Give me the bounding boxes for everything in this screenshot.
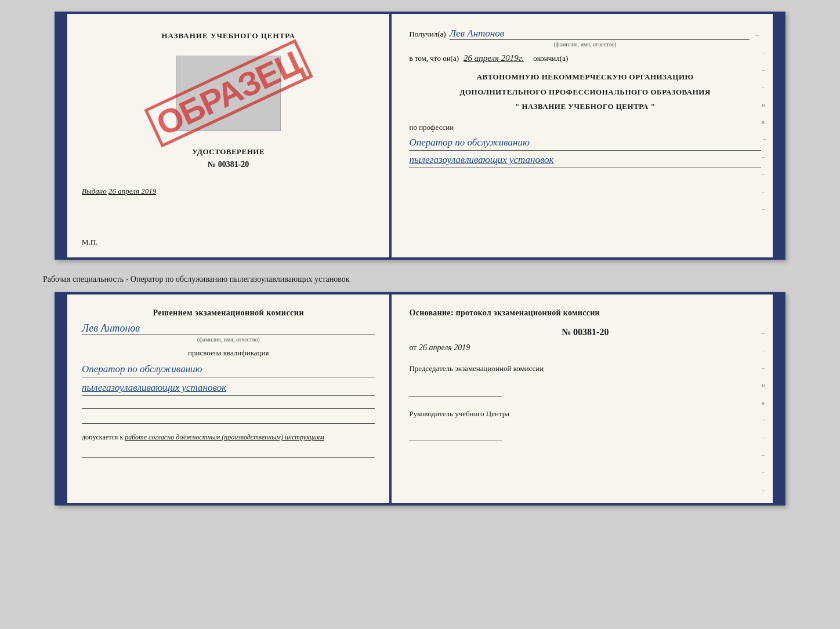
stamp-gray-box	[176, 56, 281, 131]
ot-label: от	[409, 343, 417, 352]
blank-line-1	[82, 396, 375, 409]
mp-line: М.П.	[82, 238, 97, 247]
profession-line2-top: пылегазоулавливающих установок	[409, 152, 761, 168]
book-spine-left-top	[57, 14, 67, 257]
doc-number: № 00381-20	[208, 160, 249, 169]
rukovoditel-sig-line	[409, 431, 502, 441]
issued-label: Выдано	[82, 187, 107, 195]
osnovanie-label: Основание: протокол экзаменационной коми…	[409, 308, 761, 318]
poluchil-section: Получил(а) Лев Антонов – (фамилия, имя, …	[409, 28, 761, 48]
org-line3: " НАЗВАНИЕ УЧЕБНОГО ЦЕНТРА "	[409, 101, 761, 112]
protocol-number: № 00381-20	[409, 327, 761, 337]
vtom-row: в том, что он(а) 26 апреля 2019г. окончи…	[409, 53, 761, 63]
org-line2: ДОПОЛНИТЕЛЬНОГО ПРОФЕССИОНАЛЬНОГО ОБРАЗО…	[409, 86, 761, 98]
predsedatel-sig-line	[409, 386, 502, 397]
certificate-book-top: НАЗВАНИЕ УЧЕБНОГО ЦЕНТРА ОБРАЗЕЦ УДОСТОВ…	[55, 12, 785, 260]
rukovoditel-label: Руководитель учебного Центра	[409, 408, 761, 420]
profession-line1-top: Оператор по обслуживанию	[409, 134, 761, 151]
okonchil-label: окончил(а)	[533, 54, 568, 63]
page-left-top: НАЗВАНИЕ УЧЕБНОГО ЦЕНТРА ОБРАЗЕЦ УДОСТОВ…	[67, 14, 392, 257]
dopusk-text: допускается к работе согласно должностны…	[82, 433, 375, 442]
book-spine-right-bottom	[773, 294, 783, 503]
rukovoditel-block: Руководитель учебного Центра	[409, 408, 761, 444]
prisvoena-label: присвоена квалификация	[82, 348, 375, 358]
doc-title: УДОСТОВЕРЕНИЕ	[192, 147, 265, 157]
side-marks-top: – – – и я ← – – – –	[762, 49, 768, 212]
issued-date: 26 апреля 2019	[108, 187, 156, 195]
po-professii: по профессии	[409, 123, 761, 132]
page-right-top: Получил(а) Лев Антонов – (фамилия, имя, …	[392, 14, 773, 257]
commission-name: Лев Антонов	[82, 322, 375, 335]
dopusk-label: допускается к	[82, 433, 123, 441]
doc-issued: Выдано 26 апреля 2019	[82, 187, 156, 196]
blank-line-2	[82, 411, 375, 424]
document-container: НАЗВАНИЕ УЧЕБНОГО ЦЕНТРА ОБРАЗЕЦ УДОСТОВ…	[43, 12, 797, 506]
ot-date: 26 апреля 2019	[419, 343, 470, 352]
poluchil-row: Получил(а) Лев Антонов –	[409, 28, 761, 40]
profession-section: по профессии Оператор по обслуживанию пы…	[409, 123, 761, 168]
certificate-book-bottom: Решением экзаменационной комиссии Лев Ан…	[55, 292, 785, 506]
commission-text: Решением экзаменационной комиссии	[82, 308, 375, 318]
poluchil-name: Лев Антонов	[450, 28, 750, 40]
book-spine-left-bottom	[57, 294, 67, 503]
vtom-label: в том, что он(а)	[409, 54, 459, 63]
book-spine-right-top	[773, 14, 783, 257]
fio-label-top: (фамилия, имя, отчество)	[409, 41, 761, 48]
dopusk-italic: работе согласно должностным (производств…	[125, 433, 324, 441]
page-left-bottom: Решением экзаменационной комиссии Лев Ан…	[67, 294, 392, 503]
org-line1: АВТОНОМНУЮ НЕКОММЕРЧЕСКУЮ ОРГАНИЗАЦИЮ	[409, 71, 761, 83]
vtom-date: 26 апреля 2019г.	[464, 53, 524, 63]
org-block: АВТОНОМНУЮ НЕКОММЕРЧЕСКУЮ ОРГАНИЗАЦИЮ ДО…	[409, 71, 761, 116]
protocol-date: от 26 апреля 2019	[409, 343, 761, 352]
profession-line1-bottom: Оператор по обслуживанию	[82, 361, 375, 377]
predsedatel-block: Председатель экзаменационной комиссии	[409, 363, 761, 399]
side-marks-bottom: – – – и я ← – – – –	[762, 329, 768, 493]
doc-header-top: НАЗВАНИЕ УЧЕБНОГО ЦЕНТРА	[161, 31, 295, 41]
fio-label-bottom: (фамилия, имя, отчество)	[82, 336, 375, 343]
stamp-container: ОБРАЗЕЦ	[171, 50, 287, 137]
blank-line-3	[82, 445, 375, 458]
separator-text: Рабочая специальность - Оператор по обсл…	[43, 275, 350, 284]
poluchil-label: Получил(а)	[409, 30, 446, 39]
profession-line2-bottom: пылегазоулавливающих установок	[82, 380, 375, 396]
predsedatel-label: Председатель экзаменационной комиссии	[409, 363, 761, 375]
page-right-bottom: Основание: протокол экзаменационной коми…	[392, 294, 773, 503]
